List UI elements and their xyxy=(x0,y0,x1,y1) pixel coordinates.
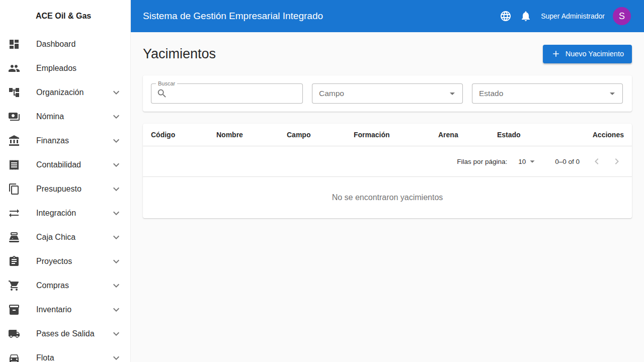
sidebar-item-integracion[interactable]: Integración xyxy=(0,201,130,225)
sidebar-item-label: Organización xyxy=(36,88,110,97)
chevron-down-icon xyxy=(110,328,122,340)
dropdown-arrow-icon xyxy=(527,156,538,167)
sidebar-item-label: Dashboard xyxy=(36,40,122,49)
yacimientos-table: Código Nombre Campo Formación Arena Esta… xyxy=(143,124,632,218)
chevron-right-icon xyxy=(611,155,623,167)
search-input[interactable] xyxy=(170,89,297,99)
column-header-arena: Arena xyxy=(438,131,497,139)
payments-icon xyxy=(8,111,20,123)
sidebar-item-proyectos[interactable]: Proyectos xyxy=(0,249,130,274)
sidebar-item-label: Empleados xyxy=(36,64,122,73)
sidebar-item-dashboard[interactable]: Dashboard xyxy=(0,32,130,56)
car-icon xyxy=(8,352,20,362)
sidebar-item-inventario[interactable]: Inventario xyxy=(0,298,130,322)
chevron-down-icon xyxy=(110,255,122,267)
chevron-down-icon xyxy=(110,183,122,195)
copy-icon xyxy=(8,183,20,195)
new-yacimiento-button-label: Nuevo Yacimiento xyxy=(566,50,624,58)
search-icon xyxy=(156,88,168,99)
point-of-sale-icon xyxy=(8,231,20,243)
sidebar-item-label: Caja Chica xyxy=(36,233,110,242)
sidebar-item-label: Nómina xyxy=(36,112,110,121)
sidebar-item-finanzas[interactable]: Finanzas xyxy=(0,129,130,153)
chevron-down-icon xyxy=(110,352,122,362)
filters-card: Buscar Campo Estado xyxy=(143,75,632,112)
globe-icon xyxy=(500,10,512,22)
main-content: Yacimientos Nuevo Yacimiento Buscar Camp… xyxy=(131,32,644,362)
column-header-acciones: Acciones xyxy=(593,131,624,139)
sidebar-item-contabilidad[interactable]: Contabilidad xyxy=(0,153,130,177)
org-tree-icon xyxy=(8,86,20,99)
sidebar-item-organizacion[interactable]: Organización xyxy=(0,80,130,105)
sidebar-item-caja-chica[interactable]: Caja Chica xyxy=(0,225,130,249)
sidebar-item-label: Presupuesto xyxy=(36,185,110,194)
dropdown-arrow-icon xyxy=(606,87,618,100)
rows-per-page-label: Filas por página: xyxy=(457,158,507,165)
chevron-down-icon xyxy=(110,231,122,243)
notifications-button[interactable] xyxy=(516,6,536,26)
column-header-nombre: Nombre xyxy=(216,131,287,139)
sidebar-item-label: Contabilidad xyxy=(36,160,110,169)
chevron-down-icon xyxy=(110,280,122,292)
search-field-label: Buscar xyxy=(156,80,177,87)
bank-icon xyxy=(8,135,20,147)
search-field[interactable]: Buscar xyxy=(151,83,303,104)
previous-page-button[interactable] xyxy=(587,151,607,171)
sidebar-item-label: Proyectos xyxy=(36,257,110,266)
next-page-button[interactable] xyxy=(607,151,627,171)
rows-per-page-value: 10 xyxy=(518,158,526,165)
sidebar-item-empleados[interactable]: Empleados xyxy=(0,56,130,80)
page-title: Yacimientos xyxy=(143,46,216,62)
rows-per-page-select[interactable]: 10 xyxy=(518,156,538,167)
sidebar-item-label: Integración xyxy=(36,209,110,218)
sidebar: ACE Oil & Gas Dashboard Empleados Organi… xyxy=(0,0,131,362)
chevron-down-icon xyxy=(110,86,122,99)
truck-icon xyxy=(8,328,20,340)
sidebar-item-presupuesto[interactable]: Presupuesto xyxy=(0,177,130,201)
sidebar-item-label: Pases de Salida xyxy=(36,329,110,338)
sidebar-item-label: Inventario xyxy=(36,305,110,314)
sidebar-item-flota[interactable]: Flota xyxy=(0,346,130,362)
chevron-down-icon xyxy=(110,159,122,171)
sidebar-item-nomina[interactable]: Nómina xyxy=(0,105,130,129)
chevron-down-icon xyxy=(110,111,122,123)
dashboard-icon xyxy=(8,38,20,50)
table-header-row: Código Nombre Campo Formación Arena Esta… xyxy=(143,124,632,146)
dropdown-arrow-icon xyxy=(446,87,458,100)
user-name: Super Administrador xyxy=(541,12,605,20)
chevron-down-icon xyxy=(110,304,122,316)
appbar-title: Sistema de Gestión Empresarial Integrado xyxy=(143,11,496,22)
column-header-estado: Estado xyxy=(497,131,557,139)
bell-icon xyxy=(520,10,532,22)
chevron-down-icon xyxy=(110,207,122,219)
campo-select-label: Campo xyxy=(319,89,344,98)
cart-icon xyxy=(8,280,20,292)
sidebar-item-label: Flota xyxy=(36,353,110,362)
estado-select-label: Estado xyxy=(479,89,503,98)
pagination-range: 0–0 of 0 xyxy=(555,158,580,165)
empty-state-message: No se encontraron yacimientos xyxy=(143,177,632,218)
sidebar-item-compras[interactable]: Compras xyxy=(0,274,130,298)
language-button[interactable] xyxy=(496,6,516,26)
column-header-formacion: Formación xyxy=(354,131,438,139)
plus-icon xyxy=(551,49,561,59)
appbar: Sistema de Gestión Empresarial Integrado… xyxy=(131,0,644,32)
avatar[interactable]: S xyxy=(613,7,631,25)
campo-select[interactable]: Campo xyxy=(312,83,463,104)
chevron-down-icon xyxy=(110,135,122,147)
sidebar-item-label: Compras xyxy=(36,281,110,290)
app-logo: ACE Oil & Gas xyxy=(0,0,130,32)
receipt-icon xyxy=(8,159,20,171)
pagination-row: Filas por página: 10 0–0 of 0 xyxy=(143,146,632,177)
column-header-campo: Campo xyxy=(287,131,354,139)
people-icon xyxy=(8,62,20,74)
sidebar-item-label: Finanzas xyxy=(36,136,110,145)
avatar-initial: S xyxy=(619,11,625,22)
sidebar-item-pases-de-salida[interactable]: Pases de Salida xyxy=(0,322,130,346)
column-header-codigo: Código xyxy=(151,131,216,139)
estado-select[interactable]: Estado xyxy=(472,83,623,104)
new-yacimiento-button[interactable]: Nuevo Yacimiento xyxy=(543,45,632,63)
clipboard-icon xyxy=(8,255,20,267)
inventory-icon xyxy=(8,304,20,316)
chevron-left-icon xyxy=(591,155,603,167)
